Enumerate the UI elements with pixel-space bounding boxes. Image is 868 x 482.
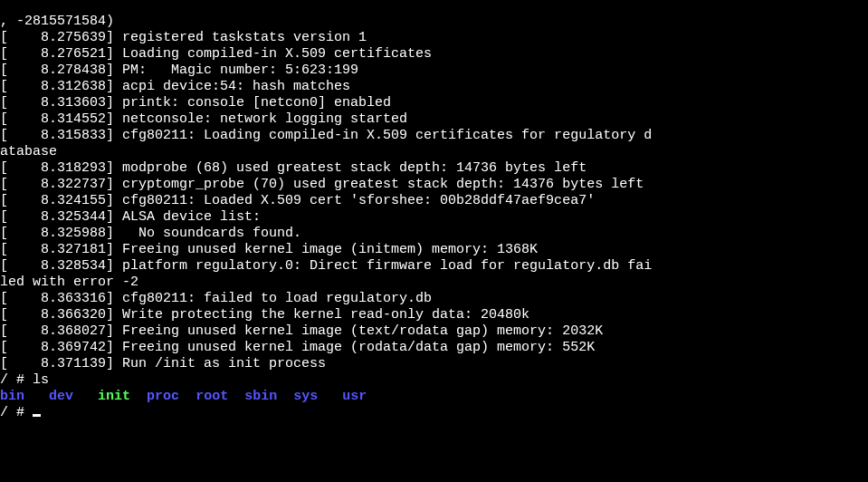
shell-prompt: / # bbox=[0, 372, 33, 388]
boot-line: [ 8.278438] PM: Magic number: 5:623:199 bbox=[0, 63, 358, 78]
boot-line: [ 8.369742] Freeing unused kernel image … bbox=[0, 340, 595, 355]
boot-line: [ 8.371139] Run /init as init process bbox=[0, 356, 326, 371]
boot-line: [ 8.313603] printk: console [netcon0] en… bbox=[0, 95, 391, 111]
boot-line: [ 8.322737] cryptomgr_probe (70) used gr… bbox=[0, 177, 644, 192]
ls-dir-sys: sys bbox=[293, 389, 318, 404]
ls-output: bin dev init proc root sbin sys usr bbox=[0, 389, 367, 404]
shell-command: ls bbox=[33, 372, 49, 388]
boot-line: [ 8.366320] Write protecting the kernel … bbox=[0, 307, 529, 323]
shell-line: / # ls bbox=[0, 372, 49, 388]
boot-line: [ 8.328534] platform regulatory.0: Direc… bbox=[0, 258, 652, 274]
boot-line: [ 8.315833] cfg80211: Loading compiled-i… bbox=[0, 128, 652, 143]
boot-line: [ 8.314552] netconsole: network logging … bbox=[0, 111, 407, 127]
boot-line: [ 8.325344] ALSA device list: bbox=[0, 209, 261, 225]
boot-line: [ 8.363316] cfg80211: failed to load reg… bbox=[0, 291, 432, 306]
ls-dir-root: root bbox=[196, 389, 228, 404]
ls-dir-dev: dev bbox=[49, 389, 73, 404]
ls-exec-init: init bbox=[98, 389, 130, 404]
boot-line-wrap: led with error -2 bbox=[0, 275, 138, 290]
ls-dir-bin: bin bbox=[0, 389, 24, 404]
boot-line: [ 8.325988] No soundcards found. bbox=[0, 226, 301, 241]
boot-line: [ 8.368027] Freeing unused kernel image … bbox=[0, 323, 603, 339]
boot-line: [ 8.276521] Loading compiled-in X.509 ce… bbox=[0, 46, 432, 62]
boot-line: [ 8.275639] registered taskstats version… bbox=[0, 30, 367, 45]
ls-dir-usr: usr bbox=[342, 389, 367, 404]
ls-dir-proc: proc bbox=[147, 389, 179, 404]
boot-line: [ 8.327181] Freeing unused kernel image … bbox=[0, 242, 538, 257]
boot-line: [ 8.318293] modprobe (68) used greatest … bbox=[0, 160, 587, 176]
shell-prompt: / # bbox=[0, 405, 33, 420]
terminal[interactable]: , -2815571584) [ 8.275639] registered ta… bbox=[0, 14, 868, 421]
boot-line-wrap: atabase bbox=[0, 144, 57, 159]
ls-dir-sbin: sbin bbox=[244, 389, 277, 404]
boot-line: [ 8.324155] cfg80211: Loaded X.509 cert … bbox=[0, 193, 595, 208]
boot-line: [ 8.312638] acpi device:54: hash matches bbox=[0, 79, 350, 94]
shell-line-active[interactable]: / # bbox=[0, 405, 41, 420]
cursor-icon bbox=[33, 414, 41, 417]
boot-line-fragment: , -2815571584) bbox=[0, 14, 114, 29]
